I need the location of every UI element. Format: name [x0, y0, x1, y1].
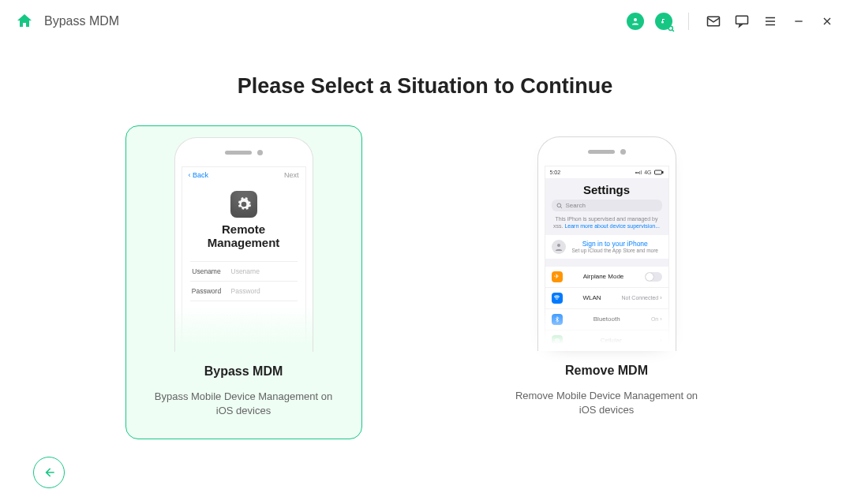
bluetooth-icon — [552, 314, 563, 325]
music-search-icon[interactable] — [655, 13, 672, 30]
signin-cell: Sign in to your iPhone Set up iCloud the… — [545, 235, 668, 259]
supervision-note: This iPhon is supervised and managed by … — [545, 215, 668, 235]
settings-heading: Settings — [545, 178, 668, 198]
home-icon[interactable] — [14, 11, 35, 32]
card-remove-mdm[interactable]: 5:02 ••ıl 4G Settings Search — [489, 125, 725, 439]
rm-password-field: Password Password — [190, 281, 298, 301]
phone-illustration-bypass: ‹ Back Next Remote Management Usename Us… — [174, 137, 313, 352]
settings-search: Search — [552, 200, 662, 211]
menu-icon[interactable] — [762, 13, 779, 30]
status-time: 5:02 — [550, 170, 561, 175]
feedback-icon[interactable] — [733, 13, 751, 30]
airplane-toggle — [645, 272, 662, 282]
svg-point-1 — [668, 26, 672, 30]
row-cellular: Cellular › — [545, 330, 668, 351]
divider — [688, 13, 689, 30]
rm-next-label: Next — [284, 171, 299, 179]
phone-camera — [620, 149, 626, 155]
avatar-icon — [552, 240, 566, 254]
phone-speaker — [225, 151, 252, 155]
card-bypass-subtitle: Bypass Mobile Device Management on iOS d… — [147, 390, 341, 417]
rm-username-field: Usename Usename — [190, 261, 298, 281]
cellular-icon — [552, 335, 563, 346]
svg-point-7 — [557, 244, 560, 247]
supervision-learn-more: Learn more about device supervision... — [564, 223, 660, 229]
card-bypass-title: Bypass MDM — [204, 364, 283, 379]
phone-screen-remote-management: ‹ Back Next Remote Management Usename Us… — [182, 166, 306, 346]
svg-rect-4 — [654, 170, 661, 174]
headline: Please Select a Situation to Continue — [0, 74, 850, 99]
gear-icon — [230, 191, 257, 218]
phone-speaker — [588, 150, 615, 154]
svg-point-0 — [634, 18, 637, 21]
row-airplane: ✈ Airplane Mode — [545, 267, 668, 287]
card-bypass-mdm[interactable]: ‹ Back Next Remote Management Usename Us… — [125, 125, 362, 439]
status-icons: ••ıl 4G — [635, 170, 664, 175]
rm-back-label: ‹ Back — [189, 171, 209, 179]
back-button[interactable] — [33, 457, 65, 488]
row-bluetooth: Bluetooth On › — [545, 308, 668, 330]
row-wlan: WLAN Not Connected › — [545, 287, 668, 308]
card-remove-subtitle: Remove Mobile Device Management on iOS d… — [509, 389, 705, 416]
minimize-button[interactable] — [790, 13, 807, 30]
title-bar-right — [627, 13, 836, 30]
svg-rect-5 — [662, 172, 663, 174]
page-title: Bypass MDM — [44, 14, 119, 28]
svg-point-6 — [557, 203, 561, 207]
option-cards: ‹ Back Next Remote Management Usename Us… — [0, 125, 850, 439]
phone-illustration-remove: 5:02 ••ıl 4G Settings Search — [537, 136, 676, 351]
account-icon[interactable] — [627, 13, 644, 30]
rm-title: Remote Management — [182, 222, 305, 250]
airplane-icon: ✈ — [552, 271, 563, 282]
close-button[interactable] — [818, 13, 836, 30]
mail-icon[interactable] — [705, 13, 722, 30]
main-content: Please Select a Situation to Continue ‹ … — [0, 43, 850, 439]
card-remove-title: Remove MDM — [565, 364, 648, 378]
phone-screen-settings: 5:02 ••ıl 4G Settings Search — [545, 166, 669, 345]
svg-rect-3 — [736, 16, 748, 24]
phone-camera — [257, 150, 263, 155]
title-bar: Bypass MDM — [0, 0, 850, 43]
wifi-icon — [552, 293, 563, 304]
title-bar-left: Bypass MDM — [14, 11, 119, 32]
